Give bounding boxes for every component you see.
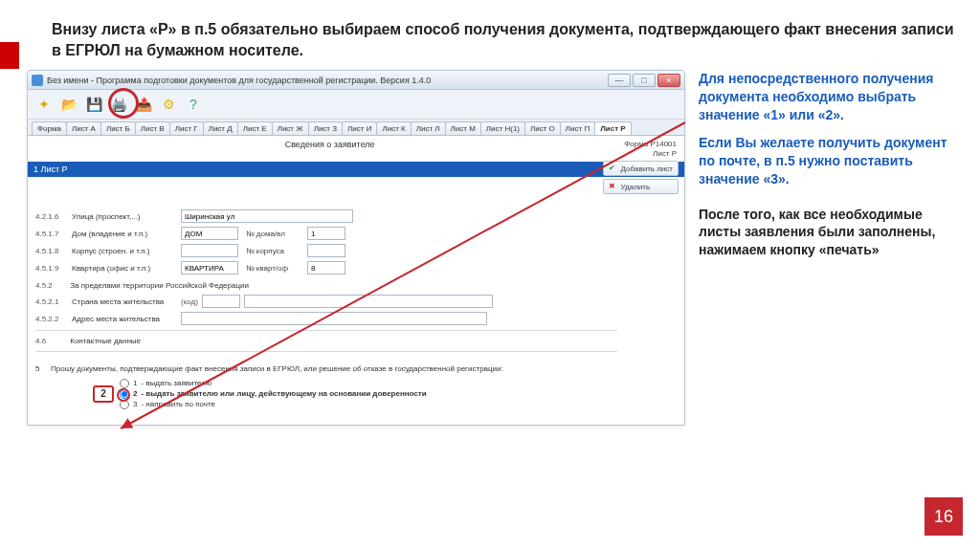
tab-zh[interactable]: Лист Ж [272,121,309,135]
page-number: 16 [924,497,963,536]
tab-m[interactable]: Лист М [445,121,481,135]
add-sheet-label: Добавить лист [621,165,673,173]
form-content: Сведения о заявителе Форма Р14001 Лист Р… [28,136,684,425]
app-icon [32,75,43,86]
form-code: Форма Р14001 [624,140,677,149]
p5-text: Прошу документы, подтверждающие факт вне… [51,364,677,374]
tab-k[interactable]: Лист К [376,121,411,135]
sub-label: № корпуса [246,247,303,255]
form-sheet: Лист Р [624,149,677,159]
tab-v[interactable]: Лист В [135,121,170,135]
side-p1: Для непосредственного получения документ… [699,70,961,124]
new-icon[interactable]: ✦ [33,94,55,115]
country-input[interactable] [244,295,493,308]
opt-text: - выдать заявителю [141,379,211,387]
opt-num: 2 [133,389,137,398]
side-p3: После того, как все необходимые листы за… [699,206,961,260]
opt-num: 1 [133,379,137,387]
house-type-input[interactable] [181,227,238,240]
field-num: 4.5.2.2 [35,315,68,323]
radio-2[interactable] [120,389,129,399]
tab-i[interactable]: Лист И [342,121,377,135]
maximize-button[interactable]: □ [633,74,656,87]
opt-text: - выдать заявителю или лицу, действующем… [141,389,426,398]
add-sheet-button[interactable]: ✔ Добавить лист [603,161,679,176]
app-window: Без имени - Программа подготовки докумен… [27,70,685,426]
close-button[interactable]: × [657,74,680,87]
field-num: 4.5.2.1 [35,297,68,306]
tab-r[interactable]: Лист Р [594,121,631,135]
tab-z[interactable]: Лист З [308,121,343,135]
save-icon[interactable]: 💾 [83,94,104,115]
tab-e[interactable]: Лист Е [237,121,273,135]
sub-label: № дома/вл [246,230,303,238]
settings-icon[interactable]: ⚙ [158,94,179,115]
export-icon[interactable]: 📤 [133,94,154,115]
field-num: 4.5.1.7 [35,230,68,238]
tab-o[interactable]: Лист О [524,121,561,135]
plus-icon: ✔ [609,164,618,173]
field-label: Корпус (строен. и т.п.) [72,247,177,255]
section-num: 4.6 [35,337,68,345]
field-num: 4.5.1.9 [35,264,68,273]
korpus-num-input[interactable] [307,244,345,257]
tab-b[interactable]: Лист Б [100,121,136,135]
tab-a[interactable]: Лист А [66,121,101,135]
minimize-button[interactable]: — [608,74,631,87]
sheet-row-label: 1 Лист Р [33,165,68,174]
window-title: Без имени - Программа подготовки докумен… [47,76,608,85]
tab-g[interactable]: Лист Г [169,121,204,135]
section-label: За пределами территории Российской Федер… [70,281,249,290]
delete-sheet-button[interactable]: ✖ Удалить [603,179,679,194]
opt-num: 3 [133,400,137,408]
code-label: (код) [181,297,198,306]
field-label: Улица (проспект,...) [72,212,177,221]
open-icon[interactable]: 📂 [58,94,79,115]
form-title: Сведения о заявителе [35,140,624,158]
radio-1[interactable] [120,379,129,388]
field-num: 4.5.1.8 [35,247,68,255]
section-num: 4.5.2 [35,281,68,290]
delete-sheet-label: Удалить [621,183,651,191]
red-accent-bar [0,42,19,69]
sub-label: № кварт/оф [246,264,303,273]
tab-forma[interactable]: Форма [32,121,67,135]
p5-number: 5 [35,364,45,373]
field-num: 4.2.1.6 [35,212,68,221]
sheet-row[interactable]: 1 Лист Р [28,162,684,177]
side-annotations: Для непосредственного получения документ… [699,70,961,426]
selected-value-box: 2 [93,385,114,403]
house-num-input[interactable] [307,227,345,240]
field-label: Страна места жительства [72,297,177,306]
help-icon[interactable]: ? [183,94,204,115]
side-p2: Если Вы желаете получить документ по поч… [699,134,961,188]
korpus-type-input[interactable] [181,244,238,257]
option-3[interactable]: 3 - направить по почте [120,400,427,409]
country-code-input[interactable] [202,295,240,308]
tab-n1[interactable]: Лист Н(1) [480,121,525,135]
toolbar: ✦ 📂 💾 🖨️ 📤 ⚙ ? [28,90,684,120]
delete-icon: ✖ [609,182,618,191]
tab-l[interactable]: Лист Л [411,121,446,135]
foreign-address-input[interactable] [181,312,487,325]
tab-d[interactable]: Лист Д [203,121,238,135]
sheet-tabs: Форма Лист А Лист Б Лист В Лист Г Лист Д… [28,120,684,136]
street-input[interactable] [181,209,353,223]
option-2[interactable]: 2 - выдать заявителю или лицу, действующ… [120,389,427,399]
field-label: Адрес места жительства [72,315,177,323]
flat-num-input[interactable] [307,261,345,274]
slide-heading: Внизу листа «Р» в п.5 обязательно выбира… [52,19,961,60]
field-label: Квартира (офис и т.п.) [72,264,177,273]
flat-type-input[interactable] [181,261,238,274]
opt-text: - направить по почте [141,400,215,408]
section-label: Контактные данные [70,337,141,345]
titlebar: Без имени - Программа подготовки докумен… [28,71,684,90]
tab-p[interactable]: Лист П [560,121,595,135]
option-1[interactable]: 1 - выдать заявителю [120,379,427,388]
radio-3[interactable] [120,400,129,409]
field-label: Дом (владение и т.п.) [72,230,177,238]
print-icon[interactable]: 🖨️ [108,94,129,115]
